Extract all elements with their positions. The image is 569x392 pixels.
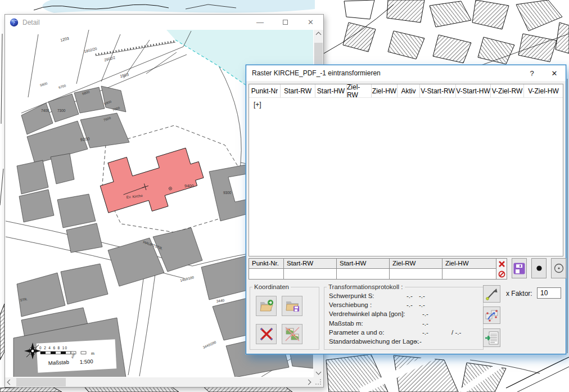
save-points-button[interactable] [512, 258, 527, 278]
map-parcel-label: 9400 [184, 183, 194, 188]
scroll-down-icon[interactable] [316, 370, 322, 375]
transform-dialog: Raster KIRCHE_PDF_-1 eintransformieren ?… [246, 65, 566, 354]
scale-bar: 0 2 4 6 8 10 m Maßstab 1:500 [37, 339, 117, 372]
protokoll-row-label: Maßstab m: [329, 319, 422, 328]
report-icon [485, 331, 499, 345]
entry-header-start-rw: Start-RW [284, 259, 336, 269]
protokoll-row-value2: -.- [419, 291, 478, 300]
column-header-start-hw[interactable]: Start-HW [315, 84, 347, 97]
protokoll-row-verdrehwinkel: Verdrehwinkel alpha [gon]: -.- [329, 309, 478, 318]
minimize-button[interactable]: — [247, 15, 273, 30]
protokoll-row-standardabweichung: Standardabweichung der Lage: -.- [329, 337, 478, 346]
open-coordinates-icon [259, 299, 274, 313]
dialog-title: Raster KIRCHE_PDF_-1 eintransformieren [252, 69, 381, 77]
ziel-rw-input[interactable] [390, 269, 442, 278]
scale-numbers: 0 2 4 6 8 10 [39, 346, 68, 350]
protokoll-row-value: -.- [416, 337, 451, 346]
protokoll-row-label: Standardabweichung der Lage: [329, 337, 422, 346]
horizontal-scroll-thumb[interactable] [16, 378, 66, 386]
column-header-start-rw[interactable]: Start-RW [281, 84, 315, 97]
protokoll-row-value: -.- [422, 309, 451, 318]
protokoll-row-label: Parameter a und o: [329, 328, 422, 337]
entry-header-ziel-rw: Ziel-RW [390, 259, 442, 269]
protokoll-row-value: -.- [422, 319, 451, 328]
close-button[interactable]: ✕ [298, 15, 323, 30]
faktor-input[interactable] [537, 287, 561, 299]
delete-icon[interactable] [498, 260, 505, 268]
entry-cancel-column [496, 258, 507, 280]
map-parcel-label: 7400 [41, 109, 49, 112]
resize-grip[interactable] [313, 377, 323, 387]
point-style-button[interactable] [531, 258, 547, 278]
report-button[interactable] [483, 328, 500, 347]
scale-value: 1:500 [80, 358, 93, 365]
point-icon [534, 263, 544, 273]
scale-label: Maßstab [48, 359, 69, 366]
protokoll-row-value2: / -.- [451, 328, 478, 337]
delete-points-icon [259, 327, 274, 341]
ziel-hw-input[interactable] [442, 269, 496, 278]
start-hw-input[interactable] [337, 269, 389, 278]
point-circle-style-button[interactable] [551, 258, 566, 278]
protokoll-row-label: Verdrehwinkel alpha [gon]: [329, 309, 422, 318]
save-icon [513, 263, 525, 274]
start-rw-input[interactable] [284, 269, 336, 278]
point-entry-table: Punkt-Nr. Start-RW Start-HW Ziel-RW Ziel… [249, 258, 496, 280]
delete-points-button[interactable] [256, 324, 277, 344]
entry-header-start-hw: Start-HW [337, 259, 389, 269]
pick-point-button[interactable] [483, 285, 500, 303]
map-parcel-label: 9300 [223, 191, 232, 195]
svg-text:?: ? [12, 20, 15, 25]
remove-raster-button[interactable] [282, 324, 302, 344]
map-parcel-label: 9200 [80, 136, 90, 142]
save-coordinates-button[interactable] [282, 296, 302, 316]
column-header-v-start-rw[interactable]: V-Start-RW [420, 84, 456, 97]
map-parcel-label: 7300 [57, 109, 66, 112]
pick-point-icon [485, 287, 499, 301]
entry-header-ziel-hw: Ziel-HW [442, 259, 496, 269]
remove-raster-icon [285, 327, 300, 341]
maximize-icon [283, 20, 288, 25]
column-header-punkt-nr[interactable]: Punkt-Nr [249, 84, 281, 97]
dialog-titlebar[interactable]: Raster KIRCHE_PDF_-1 eintransformieren ?… [246, 65, 566, 81]
dialog-close-button[interactable]: ✕ [543, 65, 566, 81]
scale-unit: m [91, 352, 94, 355]
save-coordinates-icon [285, 299, 300, 313]
points-table: Punkt-Nr Start-RW Start-HW Ziel-RW Ziel-… [249, 84, 563, 256]
protokoll-row-value2 [451, 337, 478, 346]
transform-points-icon [485, 308, 499, 323]
forbid-icon[interactable] [498, 271, 505, 278]
column-header-aktiv[interactable]: Aktiv [398, 84, 420, 97]
column-header-ziel-rw[interactable]: Ziel-RW [347, 84, 372, 97]
column-header-v-start-hw[interactable]: V-Start-HW [456, 84, 491, 97]
column-header-ziel-hw[interactable]: Ziel-HW [372, 84, 398, 97]
koordinaten-group: Koordinaten [250, 283, 319, 350]
protokoll-rows: Schwerpunkt S: -.- -.- Verschiebung : -.… [324, 290, 483, 346]
background-water [34, 0, 315, 13]
protokoll-row-value2 [451, 309, 478, 318]
points-table-header: Punkt-Nr Start-RW Start-HW Ziel-RW Ziel-… [249, 84, 563, 98]
transform-points-button[interactable] [483, 307, 500, 324]
point-entry-row: Punkt-Nr. Start-RW Start-HW Ziel-RW Ziel… [249, 258, 566, 280]
add-row-cell[interactable]: [+] [254, 101, 261, 109]
scroll-left-icon[interactable] [7, 380, 13, 385]
globe-icon: ? [10, 18, 19, 27]
scroll-up-icon[interactable] [316, 32, 322, 38]
punkt-nr-input[interactable] [249, 269, 283, 278]
protokoll-label: Transformationsprotokoll : [327, 283, 405, 290]
column-header-v-ziel-rw[interactable]: V-Ziel-RW [491, 84, 524, 97]
scroll-right-icon[interactable] [306, 380, 311, 385]
points-table-body[interactable]: [+] [249, 98, 563, 111]
open-coordinates-button[interactable] [256, 296, 277, 316]
screen: ? Detail — ✕ [0, 0, 569, 392]
protokoll-row-parameter: Parameter a und o: -.- / -.- [329, 328, 478, 337]
protokoll-row-verschiebung: Verschiebung : -.- -.- [329, 300, 478, 309]
protokoll-row-value2: -.- [419, 300, 478, 309]
protokoll-group: Transformationsprotokoll : Schwerpunkt S… [324, 283, 484, 350]
protokoll-row-massstab: Maßstab m: -.- [329, 319, 478, 328]
entry-header-punkt-nr: Punkt-Nr. [249, 259, 283, 269]
maximize-button[interactable] [273, 15, 298, 30]
help-button[interactable]: ? [521, 65, 543, 81]
detail-titlebar[interactable]: ? Detail — ✕ [5, 15, 323, 30]
column-header-v-ziel-hw[interactable]: V-Ziel-HW [524, 84, 563, 97]
